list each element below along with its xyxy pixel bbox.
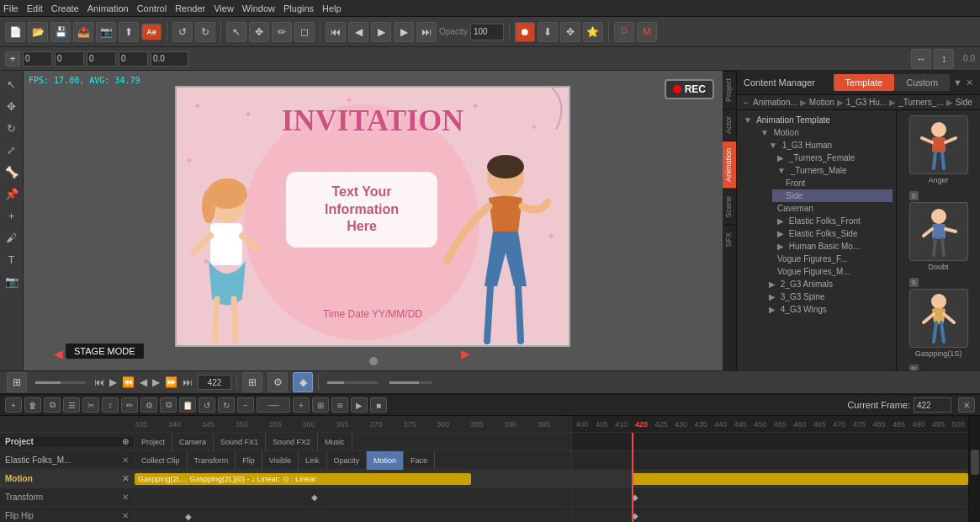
motion-track-clip[interactable] [632,473,968,485]
tool-rotate[interactable]: ↻ [3,120,20,136]
tl-new-layer-btn[interactable]: + [5,397,22,413]
side-tab-project[interactable]: Project [723,71,736,109]
move-btn[interactable]: ✥ [249,22,269,42]
transport-fwd-btn[interactable]: ⏭ [183,376,193,388]
tree-elastic-side[interactable]: ▶ Elastic Folks_Side [764,227,893,240]
download-btn[interactable]: ⬇ [538,22,558,42]
opacity-input[interactable] [470,24,504,40]
tree-human-basic[interactable]: ▶ Human Basic Mo... [764,240,893,253]
cm-tab-custom[interactable]: Custom [894,74,950,91]
tool-add-bone[interactable]: + [3,207,20,224]
tree-g3-spine[interactable]: ▶ 3_G3 Spine [755,290,893,303]
next-frame-btn[interactable]: ▶ [394,22,414,42]
preview-gaspping1s[interactable]: S Gaspping(1S) [909,278,968,358]
flip-h-btn[interactable]: ↔ [911,49,931,69]
row-add-btn[interactable]: ⊕ [122,437,129,446]
cm-tab-template[interactable]: Template [834,74,895,91]
menu-file[interactable]: File [3,3,19,13]
timeline-close-btn[interactable]: ✕ [958,397,975,413]
play-btn[interactable]: ▶ [371,22,391,42]
tl-edit-btn[interactable]: ✏ [121,397,138,413]
tab-link-m[interactable]: Link [299,451,327,470]
tool-bone[interactable]: 🦴 [3,163,20,180]
preview-doubt[interactable]: S Doubt [909,191,968,271]
menu-view[interactable]: View [214,3,234,13]
tl-group-btn[interactable]: ☰ [63,397,80,413]
keyframe-btn[interactable]: ◆ [293,372,313,392]
tab-motion-m[interactable]: Motion [367,451,404,470]
tl-paste-btn[interactable]: 📋 [179,397,196,413]
tree-side[interactable]: Side [772,189,893,202]
cm-bc-turners[interactable]: _Turners_... [898,98,944,107]
transport-play-btn[interactable]: ▶ [109,376,117,388]
cm-bc-animation[interactable]: Animation... [753,98,797,107]
tl-zoom-out-btn[interactable]: − [237,397,254,413]
tab-opacity-m[interactable]: Opacity [327,451,368,470]
tool-pin[interactable]: 📌 [3,185,20,202]
cm-bc-back[interactable]: ← [742,98,750,107]
h-input[interactable] [119,51,148,67]
tool-select[interactable]: ↖ [3,76,20,93]
tree-elastic-front[interactable]: ▶ Elastic Folks_Front [764,215,893,227]
paras-btn[interactable]: P [614,22,634,42]
tab-face-m[interactable]: Face [404,451,435,470]
new-file-btn[interactable]: 📄 [5,22,25,42]
rec-button[interactable]: REC [665,79,714,99]
transport-step-back-btn[interactable]: ◀ [140,376,147,388]
import-btn[interactable]: ⬆ [119,22,139,42]
row-m-close-btn[interactable]: ✕ [122,455,129,465]
tl-delete-btn[interactable]: 🗑 [24,397,41,413]
side-tab-animation[interactable]: Animation [723,141,736,189]
side-tab-actor[interactable]: Actor [723,109,736,141]
menu-window[interactable]: Window [242,3,275,13]
transport-step-fwd-btn[interactable]: ▶ [152,376,160,388]
cm-bc-g3hu[interactable]: 1_G3 Hu... [846,98,887,107]
frame-input[interactable] [198,375,231,390]
tab-soundfx2[interactable]: Sound FX2 [266,433,318,451]
current-frame-input[interactable] [914,397,951,413]
fwd-btn[interactable]: ⏭ [416,22,437,42]
ae-btn[interactable]: Ae [141,24,162,40]
row-transform-close-btn[interactable]: ✕ [122,493,129,502]
tab-soundfx1[interactable]: Sound FX1 [214,433,266,451]
menu-plugins[interactable]: Plugins [283,3,314,13]
tl-settings-btn[interactable]: ⚙ [140,397,157,413]
tree-vogue-m[interactable]: Vogue Figures_M... [764,265,893,278]
settings-btn[interactable]: ⚙ [268,372,288,392]
tab-project[interactable]: Project [135,433,172,451]
tl-play-btn[interactable]: ▶ [351,397,368,413]
brush-btn[interactable]: ✏ [272,22,292,42]
screenshot-btn[interactable]: 📷 [96,22,116,42]
tl-split-btn[interactable]: ✂ [82,397,99,413]
tree-motion[interactable]: ▼ Motion [747,126,893,139]
side-tab-sfx[interactable]: SFX [723,225,736,254]
row-fliphip-close-btn[interactable]: ✕ [122,511,129,520]
motion-clip[interactable]: Gaspping(2L... Gaspping(2L)(0) - ♩ Linea… [135,473,471,485]
tl-zoom-in-btn[interactable]: + [293,397,310,413]
cm-expand-btn[interactable]: ▼ [953,77,962,88]
tl-move-btn[interactable]: ↕ [102,397,119,413]
star-btn[interactable]: ⭐ [583,22,603,42]
mail-btn[interactable]: M [637,22,657,42]
tl-stop-btn[interactable]: ■ [370,397,387,413]
tl-ripple-btn[interactable]: ≋ [331,397,348,413]
tree-turners-male[interactable]: ▼ _Turners_Male [764,164,893,177]
tree-turners-female[interactable]: ▶ _Turners_Female [764,152,893,164]
redo-btn[interactable]: ↻ [195,22,215,42]
tool-paint[interactable]: 🖌 [3,229,20,246]
tree-g4-wings[interactable]: ▶ 4_G3 Wings [755,303,893,316]
rewind-btn[interactable]: ⏮ [326,22,346,42]
select-btn[interactable]: ↖ [226,22,246,42]
progress-bar[interactable] [35,381,86,384]
tree-g3human[interactable]: ▼ 1_G3 Human [755,139,893,152]
erase-btn[interactable]: ◻ [294,22,315,42]
row-motion-close-btn[interactable]: ✕ [122,474,129,483]
audio-bar[interactable] [327,381,378,384]
tree-vogue-f[interactable]: Vogue Figures_F... [764,253,893,265]
tab-flip-m[interactable]: Flip [236,451,262,470]
angle-input[interactable] [151,51,188,67]
record-btn[interactable]: ⏺ [515,22,535,42]
tree-front[interactable]: Front [772,177,893,189]
menu-animation[interactable]: Animation [87,3,129,13]
tl-snap-btn[interactable]: ⊞ [312,397,329,413]
